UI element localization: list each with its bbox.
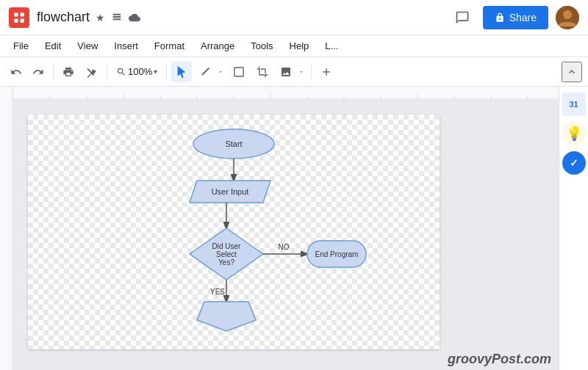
undo-button[interactable] (6, 62, 26, 82)
history-group (6, 62, 49, 82)
image-tool[interactable] (276, 62, 296, 82)
title-icons: ★ (96, 12, 140, 23)
title-bar: flowchart ★ Share (0, 0, 588, 35)
user-avatar[interactable] (556, 6, 579, 29)
crop-tool[interactable] (252, 62, 273, 82)
sep4 (311, 65, 312, 79)
comment-button[interactable] (449, 4, 476, 31)
drawing-canvas[interactable]: Start User Input Did User Select Yes? (28, 115, 440, 349)
sep1 (53, 65, 54, 79)
menu-insert[interactable]: Insert (107, 37, 146, 54)
sep3 (166, 65, 167, 79)
zoom-chevron-icon: ▾ (154, 68, 157, 76)
svg-marker-41 (197, 302, 256, 331)
star-icon[interactable]: ★ (96, 12, 105, 23)
menu-arrange[interactable]: Arrange (193, 37, 242, 54)
menu-bar: File Edit View Insert Format Arrange Too… (0, 35, 588, 57)
image-dropdown[interactable] (296, 62, 306, 82)
toolbar: 100% ▾ (0, 57, 588, 87)
right-panel: 31 💡 ✓ (559, 87, 588, 370)
svg-rect-2 (14, 18, 18, 22)
line-dropdown[interactable] (215, 62, 226, 82)
svg-text:User Input: User Input (212, 187, 249, 196)
svg-text:Yes?: Yes? (218, 258, 234, 266)
menu-tools[interactable]: Tools (243, 37, 280, 54)
svg-rect-1 (21, 12, 24, 16)
line-tool-group (195, 62, 226, 82)
zoom-value: 100% (128, 66, 152, 77)
svg-rect-3 (21, 18, 24, 22)
print-button[interactable] (58, 62, 79, 82)
collapse-toolbar-button[interactable] (562, 62, 582, 82)
svg-rect-0 (14, 12, 18, 16)
line-tool[interactable] (195, 62, 215, 82)
svg-text:YES: YES (210, 288, 225, 296)
svg-rect-6 (0, 87, 559, 100)
menu-more[interactable]: L... (318, 37, 345, 54)
canvas-scroll[interactable]: Start User Input Did User Select Yes? (0, 87, 559, 370)
menu-format[interactable]: Format (147, 37, 192, 54)
watermark: groovyPost.com (448, 352, 551, 367)
drive-icon (111, 12, 123, 23)
doc-title: flowchart (37, 10, 90, 25)
svg-text:Did User: Did User (212, 242, 242, 250)
paint-button[interactable] (82, 62, 102, 82)
zoom-control[interactable]: 100% ▾ (112, 65, 162, 79)
suggestions-panel-button[interactable]: 💡 (562, 122, 586, 145)
ruler-top (0, 87, 559, 100)
canvas-content: Start User Input Did User Select Yes? (13, 100, 559, 370)
menu-view[interactable]: View (70, 37, 105, 54)
svg-text:End Program: End Program (315, 250, 359, 258)
title-right: Share (449, 4, 579, 31)
share-button[interactable]: Share (483, 6, 548, 29)
menu-edit[interactable]: Edit (37, 37, 68, 54)
add-button[interactable] (316, 62, 337, 82)
menu-help[interactable]: Help (282, 37, 317, 54)
app-icon (9, 7, 29, 28)
canvas-area: Start User Input Did User Select Yes? (0, 87, 588, 370)
shape-tool[interactable] (229, 62, 249, 82)
tasks-panel-button[interactable]: ✓ (562, 151, 586, 175)
menu-file[interactable]: File (6, 37, 36, 54)
calendar-panel-button[interactable]: 31 (562, 92, 586, 116)
select-tool[interactable] (171, 62, 192, 82)
svg-text:Select: Select (216, 250, 237, 258)
image-tool-group (276, 62, 306, 82)
svg-point-5 (563, 10, 572, 19)
sep2 (107, 65, 107, 79)
svg-text:Start: Start (225, 139, 242, 148)
ruler-left (0, 87, 13, 370)
cloud-icon (129, 12, 140, 23)
svg-text:NO: NO (279, 243, 290, 251)
svg-rect-23 (0, 87, 13, 370)
redo-button[interactable] (28, 62, 49, 82)
